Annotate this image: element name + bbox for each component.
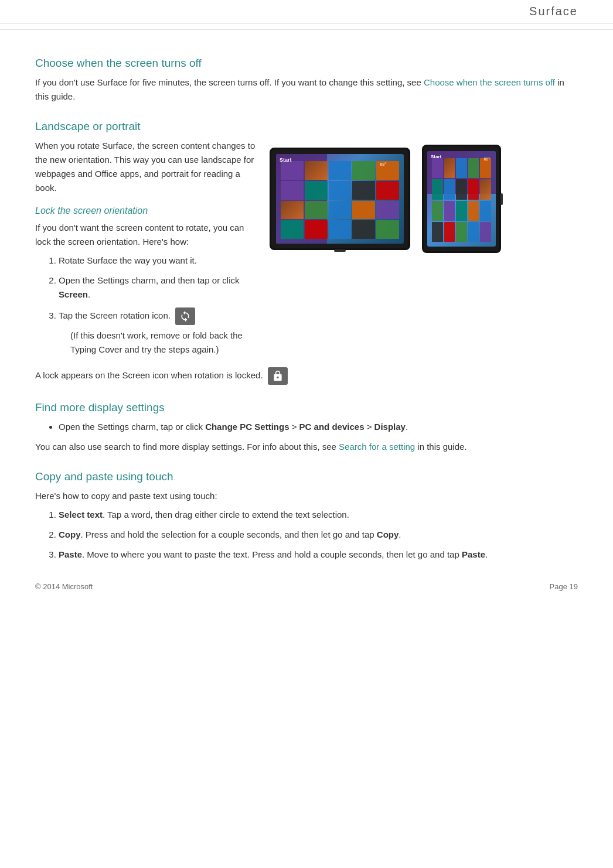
home-btn-landscape	[334, 250, 346, 252]
lock-parenthetical: (If this doesn't work, remove or fold ba…	[70, 329, 258, 357]
landscape-text-block: When you rotate Surface, the screen cont…	[35, 139, 258, 361]
display-settings-list: Open the Settings charm, tap or click Ch…	[59, 420, 578, 434]
section-subtitle-lock: Lock the screen orientation	[35, 206, 258, 216]
lock-screen-icon	[268, 367, 288, 385]
copy-bold: Copy	[59, 529, 81, 539]
lock-note: A lock appears on the Screen icon when r…	[35, 367, 578, 385]
lock-body: If you don't want the screen content to …	[35, 221, 258, 249]
section-title-screen-off: Choose when the screen turns off	[35, 57, 578, 70]
ptile-16	[432, 222, 443, 242]
select-text-bold: Select text	[59, 510, 103, 520]
tile-3	[329, 161, 352, 180]
ptile-2	[444, 158, 455, 178]
ptile-14	[468, 201, 479, 221]
section-copy-paste: Copy and paste using touch Here's how to…	[35, 470, 578, 562]
ptile-11	[432, 201, 443, 221]
ptile-10	[480, 179, 491, 199]
lock-step-1: Rotate Surface the way you want it.	[59, 254, 258, 268]
ptile-6	[432, 179, 443, 199]
tablet-portrait-image: 68° Start	[422, 145, 501, 253]
surface-logo: Surface	[529, 5, 578, 18]
device-images: 68° Start	[270, 145, 501, 253]
tablet-landscape-screen: 68° Start	[276, 154, 404, 244]
section-title-display: Find more display settings	[35, 401, 578, 414]
section-display-settings: Find more display settings Open the Sett…	[35, 401, 578, 454]
copy-paste-steps: Select text. Tap a word, then drag eithe…	[59, 508, 578, 562]
copy-paste-step-1: Select text. Tap a word, then drag eithe…	[59, 508, 578, 522]
tile-1	[281, 161, 304, 180]
lock-step-3: Tap the Screen rotation icon.	[59, 307, 258, 325]
rotation-icon	[175, 307, 195, 325]
ptile-9	[468, 179, 479, 199]
tile-14	[352, 201, 375, 220]
pc-devices-bold: PC and devices	[299, 422, 365, 432]
landscape-tiles	[276, 154, 404, 244]
display-settings-item: Open the Settings charm, tap or click Ch…	[59, 420, 578, 434]
change-pc-settings-bold: Change PC Settings	[205, 422, 289, 432]
link-screen-off[interactable]: Choose when the screen turns off	[424, 77, 555, 87]
tablet-portrait-screen: 68° Start	[427, 151, 496, 247]
tile-2	[305, 161, 328, 180]
tile-11	[281, 201, 304, 220]
body-screen-off: If you don't use Surface for five minute…	[35, 76, 578, 104]
temp-badge-portrait: 68°	[483, 157, 490, 161]
tile-15	[376, 201, 399, 220]
tile-10	[376, 181, 399, 200]
landscape-content: When you rotate Surface, the screen cont…	[35, 139, 578, 361]
start-label-portrait: Start	[431, 154, 441, 159]
section-landscape: Landscape or portrait When you rotate Su…	[35, 120, 578, 385]
side-btn-portrait	[500, 193, 503, 205]
copy-bold-2: Copy	[377, 529, 399, 539]
tile-18	[329, 220, 352, 239]
tile-17	[305, 220, 328, 239]
paste-bold-2: Paste	[462, 549, 485, 559]
footer-copyright: © 2014 Microsoft	[35, 582, 93, 591]
ptile-4	[468, 158, 479, 178]
ptile-3	[456, 158, 467, 178]
ptile-12	[444, 201, 455, 221]
display-settings-body2: You can also use search to find more dis…	[35, 440, 578, 454]
rotation-icon-svg	[179, 310, 191, 322]
ptile-7	[444, 179, 455, 199]
tile-20	[376, 220, 399, 239]
ptile-8	[456, 179, 467, 199]
portrait-tiles	[427, 151, 496, 247]
tile-19	[352, 220, 375, 239]
lock-icon-svg	[272, 370, 284, 382]
section-title-landscape: Landscape or portrait	[35, 120, 578, 133]
tablet-landscape-image: 68° Start	[270, 148, 410, 250]
section-screen-off: Choose when the screen turns off If you …	[35, 57, 578, 104]
temp-badge-landscape: 68°	[380, 162, 386, 166]
lock-step-2: Open the Settings charm, and then tap or…	[59, 274, 258, 302]
tile-6	[281, 181, 304, 200]
footer-page: Page 19	[550, 582, 578, 591]
page-content: Choose when the screen turns off If you …	[0, 30, 613, 603]
header-bar: Surface	[0, 0, 613, 23]
start-label-landscape: Start	[280, 157, 292, 163]
footer: © 2014 Microsoft Page 19	[35, 582, 578, 591]
copy-paste-step-3: Paste. Move to where you want to paste t…	[59, 548, 578, 562]
ptile-17	[444, 222, 455, 242]
ptile-20	[480, 222, 491, 242]
tile-12	[305, 201, 328, 220]
ptile-1	[432, 158, 443, 178]
ptile-19	[468, 222, 479, 242]
screen-bold: Screen	[59, 289, 88, 299]
lock-steps-list: Rotate Surface the way you want it. Open…	[59, 254, 258, 325]
section-title-copy-paste: Copy and paste using touch	[35, 470, 578, 483]
ptile-18	[456, 222, 467, 242]
link-search-setting[interactable]: Search for a setting	[339, 442, 415, 452]
tile-16	[281, 220, 304, 239]
tile-13	[329, 201, 352, 220]
copy-paste-intro: Here's how to copy and paste text using …	[35, 489, 578, 503]
display-bold: Display	[374, 422, 406, 432]
ptile-13	[456, 201, 467, 221]
paste-bold: Paste	[59, 549, 82, 559]
copy-paste-step-2: Copy. Press and hold the selection for a…	[59, 528, 578, 542]
landscape-body: When you rotate Surface, the screen cont…	[35, 139, 258, 195]
body-screen-off-text1: If you don't use Surface for five minute…	[35, 77, 424, 87]
tile-8	[329, 181, 352, 200]
tile-4	[352, 161, 375, 180]
ptile-5	[480, 158, 491, 178]
tile-9	[352, 181, 375, 200]
